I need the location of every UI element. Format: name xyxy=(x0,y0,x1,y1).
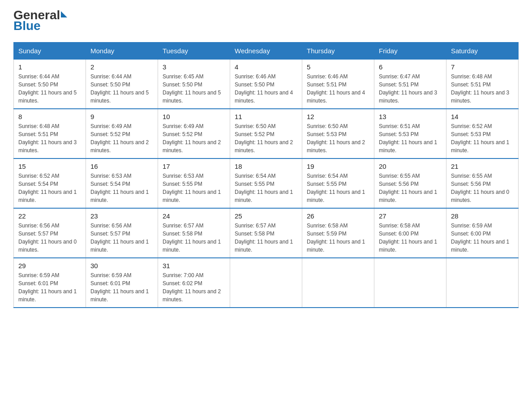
day-number: 26 xyxy=(307,212,369,220)
day-number: 23 xyxy=(90,212,153,220)
logo-text-blue: Blue xyxy=(13,19,67,33)
calendar-cell: 15 Sunrise: 6:52 AMSunset: 5:54 PMDaylig… xyxy=(14,158,86,208)
cell-info: Sunrise: 6:57 AMSunset: 5:58 PMDaylight:… xyxy=(163,222,225,254)
cell-info: Sunrise: 6:57 AMSunset: 5:58 PMDaylight:… xyxy=(235,222,297,254)
day-number: 18 xyxy=(235,163,297,170)
cell-info: Sunrise: 6:49 AMSunset: 5:52 PMDaylight:… xyxy=(90,122,153,154)
cell-info: Sunrise: 6:48 AMSunset: 5:51 PMDaylight:… xyxy=(451,73,514,105)
day-number: 1 xyxy=(18,63,81,71)
day-number: 29 xyxy=(18,262,81,270)
day-number: 3 xyxy=(163,63,225,71)
calendar-cell: 31 Sunrise: 7:00 AMSunset: 6:02 PMDaylig… xyxy=(158,258,230,308)
calendar-cell: 22 Sunrise: 6:56 AMSunset: 5:57 PMDaylig… xyxy=(14,208,86,258)
cell-info: Sunrise: 6:44 AMSunset: 5:50 PMDaylight:… xyxy=(18,73,81,105)
day-number: 20 xyxy=(379,163,442,170)
day-number: 2 xyxy=(90,63,153,71)
week-row-1: 1 Sunrise: 6:44 AMSunset: 5:50 PMDayligh… xyxy=(14,60,519,109)
calendar-cell: 3 Sunrise: 6:45 AMSunset: 5:50 PMDayligh… xyxy=(158,60,230,109)
calendar-cell: 1 Sunrise: 6:44 AMSunset: 5:50 PMDayligh… xyxy=(14,60,86,109)
calendar-cell: 10 Sunrise: 6:49 AMSunset: 5:52 PMDaylig… xyxy=(158,109,230,158)
day-number: 28 xyxy=(451,212,514,220)
calendar-cell: 7 Sunrise: 6:48 AMSunset: 5:51 PMDayligh… xyxy=(446,60,519,109)
day-number: 7 xyxy=(451,63,514,71)
cell-info: Sunrise: 6:51 AMSunset: 5:53 PMDaylight:… xyxy=(379,122,442,154)
cell-info: Sunrise: 6:59 AMSunset: 6:01 PMDaylight:… xyxy=(18,271,81,304)
day-number: 5 xyxy=(307,63,369,71)
cell-info: Sunrise: 6:52 AMSunset: 5:53 PMDaylight:… xyxy=(451,122,514,154)
cell-info: Sunrise: 6:53 AMSunset: 5:54 PMDaylight:… xyxy=(90,172,153,204)
cell-info: Sunrise: 6:46 AMSunset: 5:51 PMDaylight:… xyxy=(307,73,369,105)
day-number: 11 xyxy=(235,113,297,120)
day-number: 10 xyxy=(163,113,225,120)
calendar-cell: 9 Sunrise: 6:49 AMSunset: 5:52 PMDayligh… xyxy=(86,109,158,158)
calendar-cell xyxy=(230,258,302,308)
day-number: 17 xyxy=(163,163,225,170)
calendar-cell: 8 Sunrise: 6:48 AMSunset: 5:51 PMDayligh… xyxy=(14,109,86,158)
calendar-cell: 26 Sunrise: 6:58 AMSunset: 5:59 PMDaylig… xyxy=(302,208,374,258)
day-number: 14 xyxy=(451,113,514,120)
day-header-saturday: Saturday xyxy=(446,43,519,60)
day-number: 30 xyxy=(90,262,153,270)
cell-info: Sunrise: 6:48 AMSunset: 5:51 PMDaylight:… xyxy=(18,122,81,154)
cell-info: Sunrise: 6:54 AMSunset: 5:55 PMDaylight:… xyxy=(235,172,297,204)
calendar-cell: 5 Sunrise: 6:46 AMSunset: 5:51 PMDayligh… xyxy=(302,60,374,109)
day-header-sunday: Sunday xyxy=(14,43,86,60)
cell-info: Sunrise: 6:59 AMSunset: 6:01 PMDaylight:… xyxy=(90,271,153,304)
calendar-cell: 4 Sunrise: 6:46 AMSunset: 5:50 PMDayligh… xyxy=(230,60,302,109)
week-row-3: 15 Sunrise: 6:52 AMSunset: 5:54 PMDaylig… xyxy=(14,158,519,208)
logo-triangle-icon xyxy=(61,11,67,17)
day-number: 9 xyxy=(90,113,153,120)
cell-info: Sunrise: 6:58 AMSunset: 6:00 PMDaylight:… xyxy=(379,222,442,254)
day-number: 8 xyxy=(18,113,81,120)
calendar-table: SundayMondayTuesdayWednesdayThursdayFrid… xyxy=(13,42,519,308)
cell-info: Sunrise: 6:47 AMSunset: 5:51 PMDaylight:… xyxy=(379,73,442,105)
day-number: 12 xyxy=(307,113,369,120)
calendar-cell xyxy=(302,258,374,308)
day-number: 31 xyxy=(163,262,225,270)
calendar-cell: 13 Sunrise: 6:51 AMSunset: 5:53 PMDaylig… xyxy=(374,109,446,158)
day-header-tuesday: Tuesday xyxy=(158,43,230,60)
cell-info: Sunrise: 6:50 AMSunset: 5:52 PMDaylight:… xyxy=(235,122,297,154)
calendar-cell: 30 Sunrise: 6:59 AMSunset: 6:01 PMDaylig… xyxy=(86,258,158,308)
cell-info: Sunrise: 6:50 AMSunset: 5:53 PMDaylight:… xyxy=(307,122,369,154)
cell-info: Sunrise: 6:53 AMSunset: 5:55 PMDaylight:… xyxy=(163,172,225,204)
day-number: 27 xyxy=(379,212,442,220)
cell-info: Sunrise: 6:52 AMSunset: 5:54 PMDaylight:… xyxy=(18,172,81,204)
day-number: 25 xyxy=(235,212,297,220)
calendar-cell: 14 Sunrise: 6:52 AMSunset: 5:53 PMDaylig… xyxy=(446,109,519,158)
cell-info: Sunrise: 6:59 AMSunset: 6:00 PMDaylight:… xyxy=(451,222,514,254)
day-number: 19 xyxy=(307,163,369,170)
cell-info: Sunrise: 6:56 AMSunset: 5:57 PMDaylight:… xyxy=(18,222,81,254)
calendar-cell: 24 Sunrise: 6:57 AMSunset: 5:58 PMDaylig… xyxy=(158,208,230,258)
calendar-cell: 17 Sunrise: 6:53 AMSunset: 5:55 PMDaylig… xyxy=(158,158,230,208)
calendar-cell: 18 Sunrise: 6:54 AMSunset: 5:55 PMDaylig… xyxy=(230,158,302,208)
calendar-cell: 11 Sunrise: 6:50 AMSunset: 5:52 PMDaylig… xyxy=(230,109,302,158)
cell-info: Sunrise: 6:55 AMSunset: 5:56 PMDaylight:… xyxy=(379,172,442,204)
day-number: 13 xyxy=(379,113,442,120)
calendar-cell: 16 Sunrise: 6:53 AMSunset: 5:54 PMDaylig… xyxy=(86,158,158,208)
cell-info: Sunrise: 6:55 AMSunset: 5:56 PMDaylight:… xyxy=(451,172,514,204)
cell-info: Sunrise: 6:56 AMSunset: 5:57 PMDaylight:… xyxy=(90,222,153,254)
calendar-cell: 19 Sunrise: 6:54 AMSunset: 5:55 PMDaylig… xyxy=(302,158,374,208)
cell-info: Sunrise: 6:54 AMSunset: 5:55 PMDaylight:… xyxy=(307,172,369,204)
cell-info: Sunrise: 7:00 AMSunset: 6:02 PMDaylight:… xyxy=(163,271,225,304)
cell-info: Sunrise: 6:58 AMSunset: 5:59 PMDaylight:… xyxy=(307,222,369,254)
week-row-2: 8 Sunrise: 6:48 AMSunset: 5:51 PMDayligh… xyxy=(14,109,519,158)
calendar-cell: 28 Sunrise: 6:59 AMSunset: 6:00 PMDaylig… xyxy=(446,208,519,258)
calendar-cell xyxy=(446,258,519,308)
day-number: 15 xyxy=(18,163,81,170)
day-header-thursday: Thursday xyxy=(302,43,374,60)
logo: General Blue xyxy=(13,9,67,33)
calendar-cell: 12 Sunrise: 6:50 AMSunset: 5:53 PMDaylig… xyxy=(302,109,374,158)
calendar-header-row: SundayMondayTuesdayWednesdayThursdayFrid… xyxy=(14,43,519,60)
calendar-cell: 27 Sunrise: 6:58 AMSunset: 6:00 PMDaylig… xyxy=(374,208,446,258)
day-number: 4 xyxy=(235,63,297,71)
day-number: 6 xyxy=(379,63,442,71)
calendar-cell: 29 Sunrise: 6:59 AMSunset: 6:01 PMDaylig… xyxy=(14,258,86,308)
cell-info: Sunrise: 6:49 AMSunset: 5:52 PMDaylight:… xyxy=(163,122,225,154)
day-number: 21 xyxy=(451,163,514,170)
day-number: 16 xyxy=(90,163,153,170)
calendar-cell: 21 Sunrise: 6:55 AMSunset: 5:56 PMDaylig… xyxy=(446,158,519,208)
calendar-cell: 20 Sunrise: 6:55 AMSunset: 5:56 PMDaylig… xyxy=(374,158,446,208)
calendar-cell: 23 Sunrise: 6:56 AMSunset: 5:57 PMDaylig… xyxy=(86,208,158,258)
